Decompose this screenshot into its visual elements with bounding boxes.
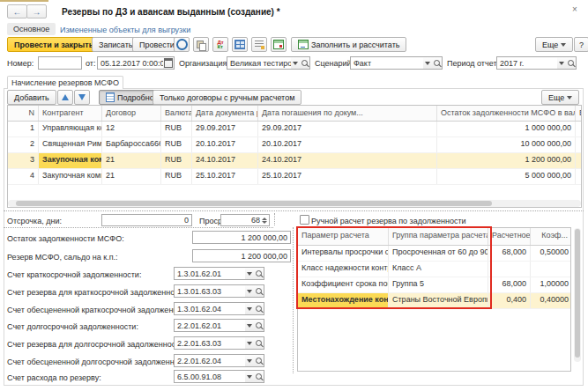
param-row-selected[interactable]: Местонахождение контрагента Страны Восто… [298, 293, 570, 309]
chevron-down-icon [567, 96, 572, 100]
grid-icon-button[interactable] [232, 37, 248, 52]
horizontal-scrollbar-thumb[interactable] [16, 201, 492, 206]
column-header[interactable]: Коэф... [531, 228, 571, 245]
splitter-vertical-top[interactable] [274, 213, 275, 225]
forward-button[interactable]: → [26, 4, 47, 18]
toolbar-more-button[interactable]: Еще [535, 37, 573, 52]
vertical-scrollbar-thumb[interactable] [575, 229, 580, 358]
magnifier-icon [256, 358, 262, 364]
report-icon [273, 40, 284, 49]
column-header[interactable]: Дата погашения по докум... [258, 106, 437, 121]
table-row[interactable]: 4 Закупочная компания 21 RUB 25.10.2017 … [8, 169, 581, 185]
scenario-input[interactable]: Факт [350, 56, 424, 70]
account-open-button[interactable] [254, 267, 264, 280]
table-row-selected[interactable]: 3 Закупочная компания 21 RUB 24.10.2017 … [8, 153, 581, 169]
splitter-vertical[interactable] [293, 227, 294, 373]
debit-credit-icon-button[interactable]: ДтКт [212, 37, 228, 52]
list-icon-button[interactable] [251, 37, 267, 52]
manual-contracts-filter-button[interactable]: Только договоры с ручным расчетом [153, 90, 301, 105]
column-header[interactable]: Контрагент [39, 106, 102, 121]
account-open-button[interactable] [254, 302, 264, 315]
column-header[interactable]: N [8, 106, 39, 121]
account-input[interactable]: 1.3.01.63.03 [174, 284, 246, 298]
account-input[interactable]: 1.3.01.62.01 [174, 267, 246, 280]
param-row[interactable]: Интервалы просрочки оплаты Просроченная … [298, 246, 570, 262]
account-input[interactable]: 1.3.01.62.04 [174, 302, 246, 315]
post-and-close-label: Провести и закрыть [14, 41, 93, 49]
report-period-open-button[interactable] [566, 56, 577, 70]
report-period-input[interactable]: 2017 г. [496, 56, 558, 70]
report-icon-button[interactable] [271, 37, 287, 52]
cell-currency: RUB [161, 122, 192, 136]
post-and-close-button[interactable]: Провести и закрыть [7, 37, 100, 52]
cell-amount: 10 000 000,00 [437, 137, 576, 152]
date-label: от: [86, 59, 95, 68]
cell-extra [576, 169, 582, 184]
move-down-button[interactable] [74, 90, 90, 105]
deferral-input[interactable]: 0 [101, 214, 192, 226]
cell-doc-date: 20.10.2017 [192, 137, 258, 152]
cell-amount: 1 000 000,00 [437, 122, 576, 136]
balance-input[interactable]: 1 200 000,00 [192, 231, 291, 244]
deferral-label: Отсрочка, дни: [7, 217, 62, 225]
chevron-down-icon [247, 307, 252, 311]
column-header[interactable]: Валюта [161, 106, 192, 121]
clock-icon-button[interactable] [174, 37, 190, 52]
column-header[interactable]: Дата документа расчета [192, 106, 258, 121]
column-header[interactable]: Договор [102, 106, 161, 121]
column-header[interactable]: Параметр расчета [298, 228, 389, 245]
tab-main[interactable]: Основное [7, 23, 56, 35]
organization-input[interactable]: Великая тестировочная [227, 56, 292, 70]
cell-due-date: 24.10.2017 [258, 153, 437, 168]
account-input[interactable]: 2.2.01.62.04 [174, 354, 246, 367]
splitter-horizontal[interactable] [4, 210, 584, 211]
cell-extra [576, 137, 582, 152]
spinner-icon[interactable] [262, 218, 267, 224]
cell-param-active: Местонахождение контрагента [298, 293, 389, 308]
add-row-button[interactable]: Добавить [7, 90, 56, 105]
account-input[interactable]: 2.2.01.62.01 [174, 319, 246, 332]
cell-contractor-active: Закупочная компания [39, 153, 102, 168]
column-header[interactable]: Расчетное... [488, 228, 531, 245]
table-row[interactable]: 2 Священная Римска... Барбаросса666 RUB … [8, 137, 581, 153]
cell-group: Страны Восточной Европы [389, 293, 488, 308]
account-open-button[interactable] [254, 336, 264, 350]
top-decor-strip [0, 0, 48, 2]
chevron-down-icon [247, 272, 252, 276]
copy-icon-button[interactable] [193, 37, 209, 52]
column-header[interactable]: Остаток задолженности МСФО в валюте [437, 106, 576, 121]
overdue-input[interactable]: 68 [220, 214, 270, 226]
account-open-button[interactable] [254, 354, 264, 367]
move-up-button[interactable] [57, 90, 73, 105]
date-input[interactable]: 05.12.2017 0:00:00 [97, 56, 164, 70]
account-input[interactable]: 2.2.01.63.03 [174, 336, 246, 350]
organization-open-button[interactable] [300, 56, 310, 70]
magnifier-icon [256, 340, 262, 346]
cell-contractor: Управляющая компа... [39, 122, 102, 136]
column-header[interactable]: В [576, 106, 582, 121]
date-picker-button[interactable] [163, 56, 175, 70]
back-button[interactable]: ← [7, 4, 27, 18]
scenario-open-button[interactable] [432, 56, 443, 70]
cell-due-date: 29.09.2017 [258, 122, 437, 136]
manual-calc-checkbox[interactable] [300, 215, 309, 225]
fill-and-calc-button[interactable]: Заполнить и рассчитать [291, 37, 406, 52]
tab-reserve-accrual[interactable]: Начисление резервов МСФО [7, 76, 123, 89]
table-row[interactable]: 1 Управляющая компа... 12 RUB 29.09.2017… [8, 122, 581, 137]
add-row-label: Добавить [14, 93, 49, 102]
close-button[interactable]: × [569, 4, 581, 17]
help-button[interactable]: ? [574, 37, 588, 52]
param-row[interactable]: Коэффициент срока погашения Группа 5 68,… [298, 277, 570, 293]
account-open-button[interactable] [254, 319, 264, 332]
grid-more-button[interactable]: Еще [541, 90, 579, 105]
column-header[interactable]: Группа параметра расчета [389, 228, 488, 245]
account-open-button[interactable] [254, 370, 264, 383]
changed-objects-link[interactable]: Измененные объекты для выгрузки [60, 26, 190, 34]
reserve-input[interactable]: 1 200 000,00 [192, 249, 291, 262]
account-label: Счет резерва для долгосрочной задолженно… [7, 340, 186, 349]
number-input[interactable] [38, 56, 82, 70]
account-input[interactable]: 6.5.00.91.08 [174, 370, 246, 383]
param-row[interactable]: Класс надежности контрагента Класс А [298, 262, 570, 277]
account-open-button[interactable] [254, 284, 264, 298]
post-label: Провести [139, 41, 175, 49]
